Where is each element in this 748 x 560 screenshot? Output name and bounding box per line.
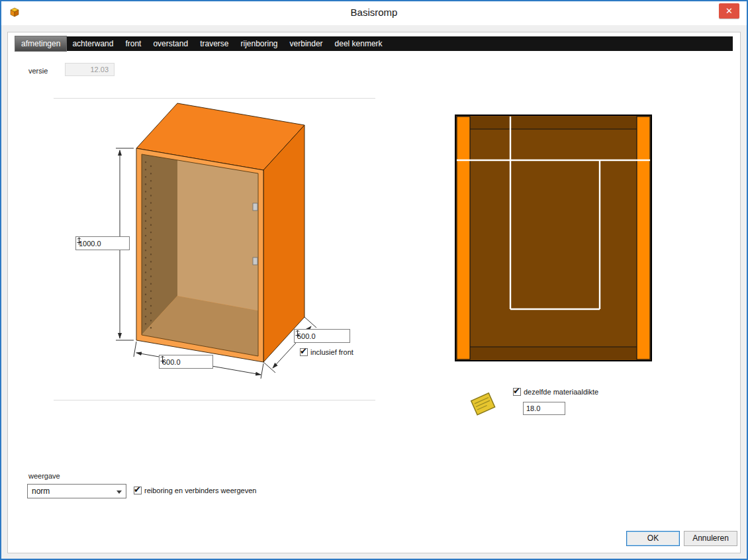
dialog-body: afmetingen achterwand front overstand tr… xyxy=(7,32,741,553)
tab-verbinder[interactable]: verbinder xyxy=(284,36,329,51)
title-bar: Basisromp ✕ xyxy=(1,1,747,25)
cabinet-top-view-area xyxy=(455,115,652,361)
cancel-button[interactable]: Annuleren xyxy=(684,531,737,546)
topview-back-panel xyxy=(470,117,637,129)
width-input[interactable] xyxy=(160,358,204,366)
cabinet-interior xyxy=(142,115,294,356)
height-pin-icon[interactable] xyxy=(120,237,129,250)
reiboring-label: reiboring en verbinders weergeven xyxy=(144,487,256,494)
versie-label: versie xyxy=(28,67,48,75)
weergave-label: weergave xyxy=(28,472,60,480)
topview-left-side xyxy=(457,117,470,359)
tab-deel-kenmerk[interactable]: deel kenmerk xyxy=(329,36,389,51)
tab-rijenboring[interactable]: rijenboring xyxy=(235,36,284,51)
inclusief-front-label: inclusief front xyxy=(310,348,353,356)
tab-front[interactable]: front xyxy=(119,36,147,51)
cabinet-body xyxy=(136,103,304,362)
inclusief-front-row: inclusief front xyxy=(300,348,353,356)
tab-afmetingen[interactable]: afmetingen xyxy=(15,36,66,51)
tab-bar: afmetingen achterwand front overstand tr… xyxy=(15,36,733,51)
weergave-select[interactable]: norm xyxy=(27,484,126,498)
depth-pin-icon[interactable] xyxy=(341,330,350,342)
dimension-lines xyxy=(116,148,316,379)
opening-edge xyxy=(142,154,258,356)
topview-guide-lines xyxy=(457,117,650,309)
material-icon xyxy=(466,387,499,420)
same-thickness-label: dezelfde materiaaldikte xyxy=(524,388,598,396)
same-thickness-row: dezelfde materiaaldikte xyxy=(513,388,598,396)
cabinet-top-view xyxy=(455,115,652,361)
topview-front-rail xyxy=(470,347,637,359)
tab-overstand[interactable]: overstand xyxy=(147,36,194,51)
height-field[interactable] xyxy=(75,236,130,250)
width-field[interactable] xyxy=(159,355,213,369)
height-input[interactable] xyxy=(76,240,120,248)
chevron-down-icon xyxy=(117,490,122,494)
dialog-window: Basisromp ✕ afmetingen achterwand front … xyxy=(0,0,748,560)
thickness-input[interactable] xyxy=(523,402,565,415)
weergave-selected-value: norm xyxy=(32,487,50,496)
width-pin-icon[interactable] xyxy=(204,355,212,368)
cabinet-3d-area: inclusief front xyxy=(28,99,379,403)
topview-bottom-panel xyxy=(455,115,651,361)
page-title: Basisromp xyxy=(1,7,747,18)
same-thickness-checkbox[interactable] xyxy=(513,388,521,396)
connector-marks xyxy=(253,203,257,265)
inclusief-front-checkbox[interactable] xyxy=(300,348,308,356)
depth-field[interactable] xyxy=(294,329,350,343)
tab-traverse[interactable]: traverse xyxy=(194,36,234,51)
depth-input[interactable] xyxy=(295,332,341,340)
topview-right-side xyxy=(637,117,650,359)
drill-row-holes xyxy=(146,162,151,330)
versie-field xyxy=(65,63,115,76)
tab-achterwand[interactable]: achterwand xyxy=(66,36,119,51)
ok-button[interactable]: OK xyxy=(626,531,680,546)
reiboring-checkbox[interactable] xyxy=(134,487,142,494)
close-button[interactable]: ✕ xyxy=(719,3,739,19)
reiboring-row: reiboring en verbinders weergeven xyxy=(134,487,256,494)
